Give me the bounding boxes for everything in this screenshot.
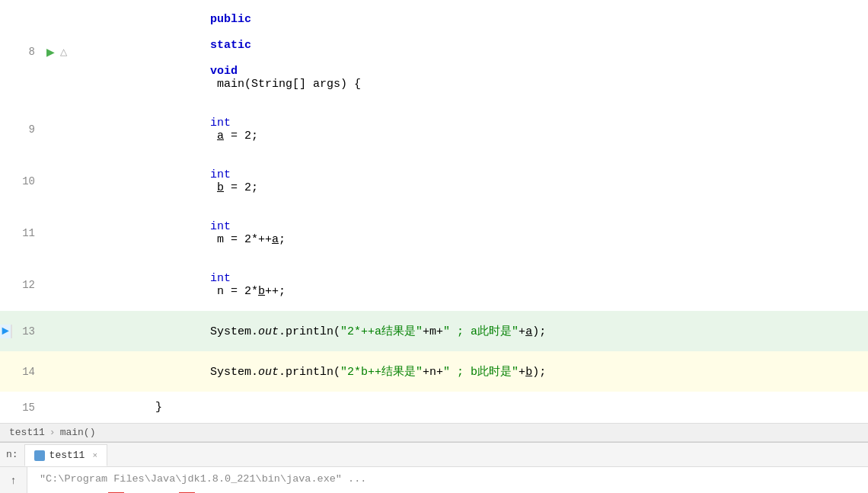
line-content-15: } <box>79 401 868 414</box>
line-content-11: int m = 2*++a; <box>79 207 868 259</box>
code-line-12: 12 int n = 2*b++; <box>0 259 868 311</box>
breadcrumb: test11 › main() <box>0 423 868 442</box>
code-text-10: b = 2; <box>210 181 258 194</box>
line-number-14: 14 <box>12 366 41 378</box>
line-content-9: int a = 2; <box>79 104 868 155</box>
console-tab-test11[interactable]: test11 × <box>24 444 107 466</box>
code-line-11: 11 int m = 2*++a; <box>0 207 868 259</box>
line-content-12: int n = 2*b++; <box>79 259 868 311</box>
console-content: "C:\Program Files\Java\jdk1.8.0_221\bin\… <box>27 467 868 493</box>
left-gutter-13: ► <box>0 325 12 338</box>
keyword-int-11: int <box>210 220 231 233</box>
code-container: 8 ▶ △ public static void main(String[] a… <box>0 0 868 423</box>
scroll-up-button[interactable]: ↑ <box>5 472 22 488</box>
code-class-14: System. <box>210 366 258 379</box>
code-line-14: 14 System.out.println("2*b++结果是"+n+" ; b… <box>0 351 868 392</box>
keyword-int-9: int <box>210 117 231 130</box>
line-number-15: 15 <box>12 402 41 414</box>
code-text-12: n = 2*b++; <box>210 285 286 298</box>
tab-close-button[interactable]: × <box>92 451 97 460</box>
keyword-void: void <box>210 65 238 78</box>
line-content-10: int b = 2; <box>79 155 868 207</box>
console-body: ↑ ↓ ↻ ▮▮ ⎙ 🗑 "C:\Program Files\Java\jdk1… <box>0 467 868 493</box>
code-text-9: a = 2; <box>210 130 258 142</box>
console-tabs: n: test11 × <box>0 443 868 467</box>
code-line-9: 9 int a = 2; <box>0 104 868 155</box>
code-text-11: m = 2*++a; <box>210 233 286 246</box>
line-content-14: System.out.println("2*b++结果是"+n+" ; b此时是… <box>79 351 868 392</box>
line-number-12: 12 <box>12 279 41 291</box>
code-rest-14: .println("2*b++结果是"+n+" ; b此时是"+b); <box>279 366 546 379</box>
console-tab-label: n: <box>6 449 24 460</box>
line-number-8: 8 <box>12 46 41 58</box>
code-italic-14: out <box>258 366 279 379</box>
keyword-int-10: int <box>210 168 231 181</box>
line-number-9: 9 <box>12 123 41 136</box>
line-content-13: System.out.println("2*++a结果是"+m+" ; a此时是… <box>79 311 868 351</box>
space <box>210 26 217 39</box>
code-italic-13: out <box>258 325 279 338</box>
console-cmd-line: "C:\Program Files\Java\jdk1.8.0_221\bin\… <box>40 473 856 485</box>
code-line-13: ► 13 System.out.println("2*++a结果是"+m+" ;… <box>0 311 868 351</box>
keyword-public: public <box>210 13 251 26</box>
code-rest-13: .println("2*++a结果是"+m+" ; a此时是"+a); <box>279 325 546 338</box>
space <box>210 52 217 65</box>
line-number-13: 13 <box>12 325 41 338</box>
tab-icon <box>34 450 45 461</box>
line-controls-8[interactable]: ▶ △ <box>41 46 79 58</box>
breadcrumb-separator: › <box>49 427 56 438</box>
line-content-8: public static void main(String[] args) { <box>79 0 868 104</box>
code-class-13: System. <box>210 325 258 338</box>
tab-name: test11 <box>49 450 85 461</box>
editor-area: 8 ▶ △ public static void main(String[] a… <box>0 0 868 442</box>
line-number-11: 11 <box>12 227 41 239</box>
bookmark-8[interactable]: △ <box>58 46 69 57</box>
breadcrumb-file: test11 <box>9 427 45 438</box>
debug-arrow-icon: ► <box>2 325 9 338</box>
code-line-8: 8 ▶ △ public static void main(String[] a… <box>0 0 868 104</box>
keyword-int-12: int <box>210 272 231 285</box>
code-line-10: 10 int b = 2; <box>0 155 868 207</box>
console-area: n: test11 × ↑ ↓ ↻ ▮▮ ⎙ 🗑 "C:\Program Fil… <box>0 442 868 493</box>
code-line-15: 15 } <box>0 392 868 423</box>
console-sidebar: ↑ ↓ ↻ ▮▮ ⎙ 🗑 <box>0 467 27 493</box>
run-button-8[interactable]: ▶ <box>44 46 56 58</box>
line-number-10: 10 <box>12 175 41 187</box>
method-name: main(String[] args) { <box>210 78 361 91</box>
breadcrumb-method: main() <box>60 427 96 438</box>
keyword-static: static <box>210 39 251 52</box>
